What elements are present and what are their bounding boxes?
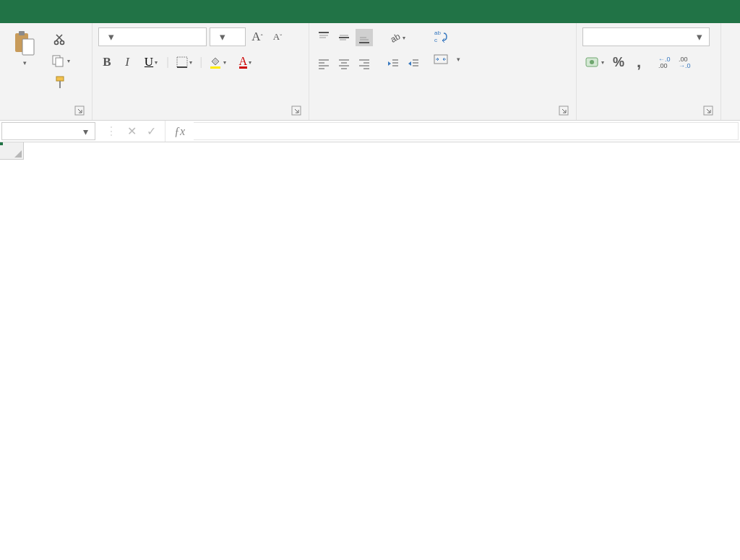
copy-button[interactable]: ▾ <box>48 52 74 69</box>
ribbon: ▾ ▾ ▾ <box>0 23 740 121</box>
dialog-launcher-icon[interactable] <box>559 105 569 116</box>
font-size-select[interactable]: ▾ <box>210 27 246 46</box>
align-middle-button[interactable] <box>335 29 353 46</box>
italic-button[interactable]: I <box>119 53 136 71</box>
font-color-button[interactable]: A▾ <box>233 53 257 71</box>
cut-button[interactable] <box>52 30 69 48</box>
menu-bar <box>0 0 740 23</box>
svg-rect-1 <box>19 31 25 35</box>
svg-rect-2 <box>22 39 34 55</box>
increase-decimal-button[interactable]: ←.0.00 <box>658 53 675 71</box>
underline-button[interactable]: U▾ <box>139 53 163 71</box>
decrease-decimal-icon: .00→.0 <box>679 56 694 69</box>
decrease-font-button[interactable]: Aˇ <box>269 28 286 46</box>
svg-point-47 <box>590 60 594 64</box>
svg-rect-12 <box>210 66 220 69</box>
align-top-button[interactable] <box>315 29 332 46</box>
group-clipboard: ▾ ▾ <box>0 23 92 120</box>
increase-decimal-icon: ←.0.00 <box>658 56 674 69</box>
align-middle-icon <box>337 31 350 44</box>
group-number: ▾ ▾ % , ←.0.00 .00→.0 <box>577 23 721 120</box>
align-right-icon <box>358 57 371 70</box>
svg-rect-8 <box>59 81 61 88</box>
orientation-icon: ab <box>388 31 401 44</box>
svg-rect-10 <box>177 57 187 67</box>
increase-indent-button[interactable] <box>405 55 422 72</box>
wrap-text-button[interactable]: abc <box>434 29 460 43</box>
outdent-icon <box>387 57 400 70</box>
align-bottom-button[interactable] <box>356 29 373 46</box>
svg-point-3 <box>55 41 59 45</box>
borders-icon <box>176 56 188 68</box>
svg-text:c: c <box>434 37 437 43</box>
align-center-button[interactable] <box>335 55 353 72</box>
dialog-launcher-icon[interactable] <box>74 105 85 116</box>
select-all-corner[interactable] <box>0 142 24 160</box>
merge-icon <box>434 52 448 66</box>
currency-icon <box>585 56 600 69</box>
cancel-formula-button[interactable]: ✕ <box>127 124 137 138</box>
borders-button[interactable]: ▾ <box>172 53 197 71</box>
align-left-icon <box>317 57 330 70</box>
group-label-font <box>98 113 303 120</box>
dialog-launcher-icon[interactable] <box>703 105 713 116</box>
wrap-text-icon: abc <box>434 29 448 43</box>
paste-icon <box>12 30 37 58</box>
group-font: ▾ ▾ Aˆ Aˇ B I U▾ | ▾ | ▾ <box>92 23 309 120</box>
increase-font-button[interactable]: Aˆ <box>249 28 266 46</box>
bold-button[interactable]: B <box>98 53 116 71</box>
svg-text:ab: ab <box>434 30 441 36</box>
fx-label[interactable]: ƒx <box>165 121 194 142</box>
align-top-icon <box>317 31 330 44</box>
group-label-number <box>582 113 715 120</box>
active-cell[interactable] <box>0 142 3 145</box>
align-bottom-icon <box>358 31 371 44</box>
name-box[interactable]: ▾ <box>1 122 95 140</box>
bucket-icon <box>209 56 222 69</box>
svg-rect-6 <box>56 58 63 66</box>
scissors-icon <box>53 32 68 46</box>
spreadsheet-grid[interactable] <box>0 142 740 560</box>
group-alignment: ab▾ abc ▾ <box>309 23 577 120</box>
indent-icon <box>407 57 420 70</box>
decrease-indent-button[interactable] <box>384 55 402 72</box>
font-name-select[interactable]: ▾ <box>98 27 207 46</box>
svg-text:→.0: →.0 <box>679 62 691 69</box>
decrease-decimal-button[interactable]: .00→.0 <box>678 53 695 71</box>
svg-text:ab: ab <box>389 31 401 44</box>
accounting-format-button[interactable]: ▾ <box>582 53 607 71</box>
paintbrush-icon <box>53 75 68 90</box>
orientation-button[interactable]: ab▾ <box>384 29 409 46</box>
formula-bar: ▾ ⋮ ✕ ✓ ƒx <box>0 121 740 142</box>
svg-rect-7 <box>56 77 64 81</box>
align-left-button[interactable] <box>315 55 332 72</box>
svg-text:.00: .00 <box>658 62 668 69</box>
group-label-alignment <box>315 113 570 120</box>
copy-icon <box>51 54 66 67</box>
number-format-select[interactable]: ▾ <box>582 27 710 46</box>
merge-center-button[interactable]: ▾ <box>434 52 460 66</box>
comma-button[interactable]: , <box>630 53 648 71</box>
paste-button[interactable]: ▾ <box>6 27 43 66</box>
dialog-launcher-icon[interactable] <box>291 105 301 116</box>
align-center-icon <box>337 57 350 70</box>
format-painter-button[interactable] <box>52 74 69 91</box>
group-label-clipboard <box>6 113 86 120</box>
align-right-button[interactable] <box>356 55 373 72</box>
svg-point-4 <box>61 41 64 45</box>
fill-color-button[interactable]: ▾ <box>205 53 230 71</box>
enter-formula-button[interactable]: ✓ <box>147 124 156 138</box>
percent-button[interactable]: % <box>610 53 627 71</box>
formula-input[interactable] <box>194 122 739 140</box>
